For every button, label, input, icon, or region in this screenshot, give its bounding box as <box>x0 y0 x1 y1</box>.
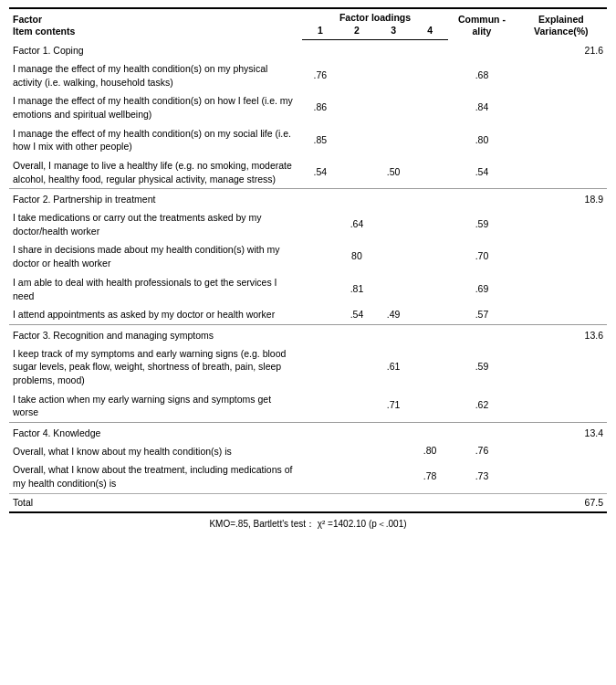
loading-f1-factor1-1: .86 <box>302 91 339 123</box>
loading-col-4: 4 <box>412 25 448 40</box>
footer-row: KMO=.85, Bartlett's test： χ² =1402.10 (p… <box>9 512 607 532</box>
item-text-factor3-0: I keep track of my symptoms and early wa… <box>9 344 302 390</box>
section-title-text-factor3: Factor 3. Recognition and managing sympt… <box>9 324 448 343</box>
explained-header: Explained Variance(%) <box>516 8 607 40</box>
table-row: I take action when my early warning sign… <box>9 390 607 423</box>
variance-empty-factor2-2 <box>516 273 607 305</box>
loading-f4-factor4-1: .78 <box>412 460 448 493</box>
table-row: I manage the effect of my health conditi… <box>9 91 607 123</box>
loading-f2-factor1-0 <box>339 59 375 91</box>
loading-f2-factor2-2: .81 <box>339 273 375 305</box>
loading-f2-factor2-3: .54 <box>339 305 375 324</box>
table-row: I am able to deal with health profession… <box>9 273 607 305</box>
table-row: Overall, what I know about the treatment… <box>9 460 607 493</box>
loading-f1-factor2-1 <box>302 240 339 272</box>
loading-f3-factor1-0 <box>375 59 412 91</box>
loading-f3-factor4-1 <box>375 460 412 493</box>
table-row: I manage the effect of my health conditi… <box>9 124 607 156</box>
section-title-text-factor1: Factor 1. Coping <box>9 40 448 59</box>
section-title-factor2: Factor 2. Partnership in treatment18.9 <box>9 189 607 208</box>
loading-col-3: 3 <box>375 25 412 40</box>
item-text-factor2-0: I take medications or carry out the trea… <box>9 208 302 240</box>
total-variance: 67.5 <box>516 493 607 512</box>
loading-f4-factor1-2 <box>412 124 448 156</box>
section-variance-factor1: 21.6 <box>448 40 607 59</box>
variance-empty-factor4-1 <box>516 460 607 493</box>
section-title-factor1: Factor 1. Coping21.6 <box>9 40 607 59</box>
loading-f2-factor4-1 <box>339 460 375 493</box>
loading-f4-factor2-2 <box>412 273 448 305</box>
variance-empty-factor1-2 <box>516 124 607 156</box>
loading-f4-factor3-0 <box>412 344 448 390</box>
total-row: Total67.5 <box>9 493 607 512</box>
item-text-factor3-1: I take action when my early warning sign… <box>9 390 302 423</box>
loading-f1-factor2-3 <box>302 305 339 324</box>
loading-f3-factor2-3: .49 <box>375 305 412 324</box>
loading-f2-factor4-0 <box>339 442 375 461</box>
loading-col-1: 1 <box>302 25 339 40</box>
item-text-factor4-0: Overall, what I know about my health con… <box>9 442 302 461</box>
communality-header: Commun -ality <box>448 8 516 40</box>
loading-col-2: 2 <box>339 25 375 40</box>
section-variance-factor3: 13.6 <box>448 324 607 343</box>
loading-f3-factor1-3: .50 <box>375 156 412 189</box>
item-text-factor2-3: I attend appointments as asked by my doc… <box>9 305 302 324</box>
loading-f4-factor2-0 <box>412 208 448 240</box>
section-title-factor4: Factor 4. Knowledge13.4 <box>9 422 607 441</box>
loading-f1-factor3-0 <box>302 344 339 390</box>
factor-item-header: Factor Item contents <box>9 8 302 40</box>
communality-factor1-3: .54 <box>448 156 516 189</box>
item-text-factor1-0: I manage the effect of my health conditi… <box>9 59 302 91</box>
variance-empty-factor2-3 <box>516 305 607 324</box>
footer-text: KMO=.85, Bartlett's test： χ² =1402.10 (p… <box>9 512 607 532</box>
item-text-factor4-1: Overall, what I know about the treatment… <box>9 460 302 493</box>
communality-factor3-1: .62 <box>448 390 516 423</box>
communality-factor1-0: .68 <box>448 59 516 91</box>
loading-f4-factor1-0 <box>412 59 448 91</box>
table-row: Overall, what I know about my health con… <box>9 442 607 461</box>
loading-f1-factor3-1 <box>302 390 339 423</box>
communality-factor4-1: .73 <box>448 460 516 493</box>
variance-empty-factor2-0 <box>516 208 607 240</box>
section-title-factor3: Factor 3. Recognition and managing sympt… <box>9 324 607 343</box>
variance-empty-factor1-1 <box>516 91 607 123</box>
loading-f2-factor1-3 <box>339 156 375 189</box>
item-text-factor2-2: I am able to deal with health profession… <box>9 273 302 305</box>
item-text-factor1-1: I manage the effect of my health conditi… <box>9 91 302 123</box>
item-text-factor2-1: I share in decisions made about my healt… <box>9 240 302 272</box>
loading-f4-factor1-1 <box>412 91 448 123</box>
variance-empty-factor3-1 <box>516 390 607 423</box>
communality-factor1-2: .80 <box>448 124 516 156</box>
section-title-text-factor4: Factor 4. Knowledge <box>9 422 448 441</box>
table-row: I keep track of my symptoms and early wa… <box>9 344 607 390</box>
loading-f4-factor2-3 <box>412 305 448 324</box>
variance-empty-factor3-0 <box>516 344 607 390</box>
loading-f4-factor2-1 <box>412 240 448 272</box>
loading-f2-factor2-1: 80 <box>339 240 375 272</box>
loading-f1-factor1-3: .54 <box>302 156 339 189</box>
variance-empty-factor1-3 <box>516 156 607 189</box>
communality-factor2-0: .59 <box>448 208 516 240</box>
communality-factor3-0: .59 <box>448 344 516 390</box>
loading-f1-factor4-0 <box>302 442 339 461</box>
total-label: Total <box>9 493 516 512</box>
loading-f3-factor3-1: .71 <box>375 390 412 423</box>
variance-empty-factor2-1 <box>516 240 607 272</box>
table-row: I manage the effect of my health conditi… <box>9 59 607 91</box>
loading-f1-factor4-1 <box>302 460 339 493</box>
loading-f3-factor2-2 <box>375 273 412 305</box>
loading-f3-factor3-0: .61 <box>375 344 412 390</box>
col-group-header: Factor Item contents Factor loadings Com… <box>9 8 607 25</box>
section-variance-factor2: 18.9 <box>448 189 607 208</box>
item-text-factor1-2: I manage the effect of my health conditi… <box>9 124 302 156</box>
section-variance-factor4: 13.4 <box>448 422 607 441</box>
communality-factor2-3: .57 <box>448 305 516 324</box>
table-row: I take medications or carry out the trea… <box>9 208 607 240</box>
item-text-factor1-3: Overall, I manage to live a healthy life… <box>9 156 302 189</box>
loading-f1-factor1-2: .85 <box>302 124 339 156</box>
loading-f1-factor2-2 <box>302 273 339 305</box>
loading-f1-factor2-0 <box>302 208 339 240</box>
loading-f3-factor1-2 <box>375 124 412 156</box>
table-row: I attend appointments as asked by my doc… <box>9 305 607 324</box>
variance-empty-factor4-0 <box>516 442 607 461</box>
